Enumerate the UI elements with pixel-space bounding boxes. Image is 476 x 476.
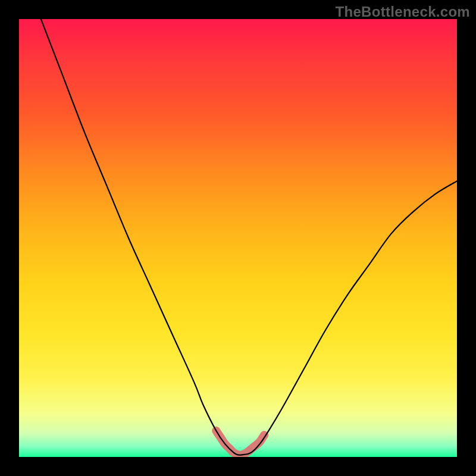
bottleneck-chart — [19, 19, 457, 457]
watermark-text: TheBottleneck.com — [336, 4, 470, 20]
gradient-background — [19, 19, 457, 457]
plot-area — [19, 19, 457, 457]
chart-frame: TheBottleneck.com — [0, 0, 476, 476]
